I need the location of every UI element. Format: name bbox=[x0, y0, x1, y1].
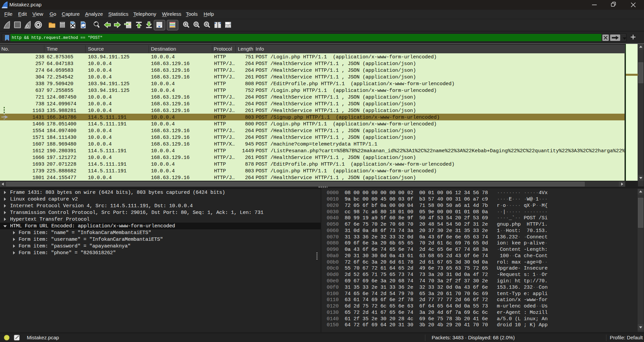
svg-text:3: 3 bbox=[229, 25, 230, 28]
svg-text:1: 1 bbox=[229, 22, 231, 24]
svg-text:2: 2 bbox=[226, 25, 227, 28]
